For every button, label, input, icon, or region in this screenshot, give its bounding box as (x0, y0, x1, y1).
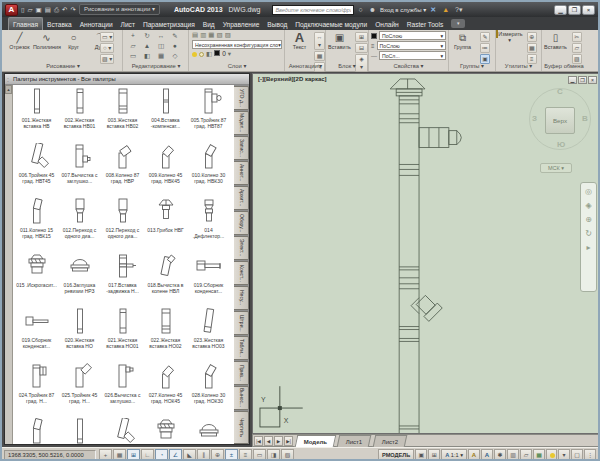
id-point-icon[interactable]: ⊕ (527, 32, 537, 42)
palette-item[interactable]: 012.Переход с одного диа... (101, 198, 144, 253)
measure-button[interactable]: Измерить ▾ (496, 30, 523, 43)
copy-icon[interactable]: ▱ (126, 41, 140, 51)
palette-item[interactable]: 028.Колено 30 град. НОК30 (187, 363, 230, 418)
layer-thaw-icon[interactable] (199, 52, 204, 57)
exchange-icon[interactable]: ✕ (428, 4, 438, 15)
grid-display-toggle[interactable]: ⊞ (127, 449, 140, 460)
panel-block-label[interactable]: Блок ▾ (326, 62, 368, 71)
search-icon[interactable]: ○ (356, 4, 364, 15)
workspace-gear-icon[interactable]: ✱ (494, 449, 506, 460)
signin-button[interactable]: Вход в службы ▾ (380, 6, 426, 13)
minimize-button[interactable]: ▁ (554, 5, 567, 15)
nav-wheel-icon[interactable]: ◎ (585, 187, 592, 197)
group-edit-icon[interactable]: ≔ (480, 43, 490, 53)
palette-tab-13[interactable]: Вынос... (234, 386, 249, 410)
save-icon[interactable]: ▣ (35, 4, 43, 15)
palette-item[interactable]: 021.Жесткая вставка НО01 (101, 308, 144, 363)
close-button[interactable]: × (582, 5, 595, 15)
ribbon-tab-Параметризация[interactable]: Параметризация (139, 18, 199, 30)
panel-modify-label[interactable]: Редактирование ▾ (124, 62, 188, 71)
palette-item[interactable]: 026.Вычистка с заглушко... (101, 363, 144, 418)
palette-item[interactable]: 016.Заглушка ревизии НРЗ (58, 253, 101, 308)
viewcube-top-face[interactable]: Верх (545, 107, 575, 134)
help-icon[interactable]: ?▾ (453, 4, 464, 15)
save-as-icon[interactable]: ▤ (44, 4, 52, 15)
palette-tab-2[interactable]: Модел... (234, 111, 249, 135)
status-menu-arrow[interactable]: ▾ (558, 449, 570, 460)
infer-constraints-toggle[interactable]: + (99, 449, 112, 460)
viewcube-east[interactable]: В (582, 114, 588, 123)
ribbon-tab-Управление[interactable]: Управление (219, 18, 264, 30)
panel-draw-label[interactable]: Рисование ▾ (4, 62, 122, 71)
create-block-icon[interactable]: ⊞ (355, 32, 368, 42)
redo-icon[interactable]: ↷ (70, 4, 77, 15)
palette-item[interactable]: 009.Колено 45 град. НВК45 (144, 143, 187, 198)
palette-item-partial[interactable] (101, 418, 144, 444)
3d-object-snap-toggle[interactable]: ◣ (183, 449, 196, 460)
copy-clip-icon[interactable]: ▱ (572, 43, 582, 53)
table-tool-icon[interactable]: ▦ (314, 51, 325, 61)
palette-grip[interactable]: ⁚ (7, 75, 9, 85)
polar-tracking-toggle[interactable]: ◔ (155, 449, 168, 460)
dynamic-input-toggle[interactable]: ± (225, 449, 238, 460)
panel-clipboard-label[interactable]: Буфер обмена (542, 62, 586, 71)
palette-tab-8[interactable]: Конст... (234, 261, 249, 285)
layout-next-button[interactable]: ▶ (274, 436, 283, 446)
panel-groups-label[interactable]: Группы ▾ (449, 62, 495, 71)
layer-freeze-icon[interactable]: ▨ (225, 31, 231, 39)
quick-calc-icon[interactable]: ▦ (527, 43, 537, 53)
layout-last-button[interactable]: ▶| (284, 436, 293, 446)
ribbon-tab-Подключаемые модули[interactable]: Подключаемые модули (291, 18, 371, 30)
palette-tab-3[interactable]: Запис... (234, 136, 249, 160)
group-button[interactable]: ⧉ Группа (449, 30, 476, 50)
current-layer-name[interactable]: 0 (222, 50, 226, 58)
showmotion-icon[interactable]: ▸ (586, 243, 590, 253)
palette-item-partial[interactable] (58, 418, 101, 444)
tool-Круг[interactable]: ○Круг (60, 30, 87, 50)
layer-state-combo[interactable]: Несохраненная конфигурация сло▾ (192, 40, 282, 49)
pan-icon[interactable]: ◈ (585, 201, 591, 211)
palette-item[interactable]: 025.Тройник 45 град. Н... (58, 363, 101, 418)
linetype-combo[interactable]: ПоСл...▾ (379, 51, 446, 60)
viewcube-north[interactable]: С (557, 87, 563, 96)
palette-tab-10[interactable]: Штри... (234, 311, 249, 335)
palette-item[interactable]: 020.Жесткая вставка НО (58, 308, 101, 363)
paste-button[interactable]: ▯ Вставить (542, 30, 569, 50)
mirror-icon[interactable]: ▲ (140, 41, 154, 51)
palette-item-partial[interactable] (187, 418, 230, 444)
help-search-input[interactable] (272, 5, 354, 15)
palette-tab-1[interactable]: УГО д... (234, 86, 249, 110)
layer-lock-icon[interactable]: ◧ (206, 50, 212, 58)
tool-Полилиния[interactable]: ∿Полилиния (33, 30, 60, 50)
color-combo[interactable]: ПоСлою▾ (379, 31, 446, 40)
lineweight-combo[interactable]: ПоСлою▾ (377, 41, 446, 50)
panel-annotation-label[interactable]: Аннотации ▾ (286, 62, 325, 71)
workspace-switcher[interactable]: Рисование и аннотации ▾ (79, 4, 160, 15)
ribbon-tab-Вставка[interactable]: Вставка (43, 18, 76, 30)
rotate-icon[interactable]: ↻ (140, 31, 154, 41)
palette-tab-9[interactable]: Несу... (234, 286, 249, 310)
layout-icon[interactable]: ⊞ (428, 449, 440, 460)
palette-item[interactable]: 023.Жесткая вставка НО03 (187, 308, 230, 363)
palette-item[interactable]: 005.Тройник 87 град. НВТ87 (187, 88, 230, 143)
selection-cycling-toggle[interactable]: ▧ (281, 449, 294, 460)
viewcube-west[interactable]: З (532, 114, 537, 123)
orbit-icon[interactable]: ↻ (585, 229, 592, 239)
trim-icon[interactable]: ↔ (154, 31, 168, 41)
layer-prev-icon[interactable]: ▦ (208, 31, 214, 39)
panel-properties-label[interactable]: Свойства ▾ (369, 62, 448, 71)
annotation-autoscale-icon[interactable]: А (481, 449, 493, 460)
palette-item-partial[interactable] (15, 418, 58, 444)
doc-restore-button[interactable]: ❐ (578, 76, 587, 84)
palette-item[interactable]: 022.Жесткая вставка НО02 (144, 308, 187, 363)
model-space-toggle[interactable]: РМОДЕЛЬ (378, 449, 414, 460)
undo-icon[interactable]: ↶ (61, 4, 68, 15)
palette-tab-11[interactable]: Табли... (234, 336, 249, 360)
layer-match-icon[interactable]: ▥ (200, 31, 206, 39)
edit-block-icon[interactable]: ⊟ (355, 43, 368, 53)
palette-item[interactable]: 008.Колено 87 град. НВР (101, 143, 144, 198)
offset-icon[interactable]: ◇ (168, 51, 182, 61)
dynamic-ucs-toggle[interactable]: ⊕ (211, 449, 224, 460)
insert-block-button[interactable]: ▣ Вставить (326, 30, 353, 50)
plot-icon[interactable]: ⎙ (53, 4, 60, 15)
